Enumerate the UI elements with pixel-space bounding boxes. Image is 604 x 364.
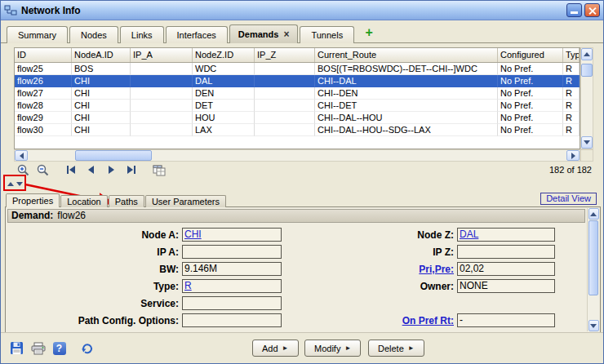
pri-pre-field[interactable]: 02,02 (457, 262, 555, 276)
table-row[interactable]: flow27 CHI DEN CHI--DEN No Pref. R (15, 87, 580, 100)
scroll-up-button[interactable] (581, 48, 593, 60)
tab-interfaces[interactable]: Interfaces (166, 26, 228, 43)
copy-table-button[interactable] (151, 162, 167, 177)
detail-tabstrip: Properties Location Paths User Parameter… (6, 193, 227, 207)
hscroll-track[interactable] (28, 150, 566, 161)
floppy-disk-icon (10, 341, 24, 355)
tab-demands[interactable]: Demands × (229, 24, 299, 43)
previous-record-button[interactable] (83, 162, 99, 177)
cell-id: flow30 (15, 124, 72, 136)
cell-ip-a (131, 100, 193, 112)
on-pref-rt-label-link[interactable]: On Pref Rt: (402, 315, 454, 326)
tab-label: Paths (115, 197, 138, 206)
tab-summary[interactable]: Summary (7, 26, 68, 43)
modify-button[interactable]: Modify ► (304, 340, 361, 357)
next-record-button[interactable] (103, 162, 118, 177)
tab-properties[interactable]: Properties (6, 193, 60, 207)
cell-id: flow28 (15, 100, 72, 112)
tab-tunnels[interactable]: Tunnels (300, 26, 354, 43)
column-header-nodea-id[interactable]: NodeA.ID (72, 48, 131, 62)
node-a-field[interactable]: CHI (182, 228, 282, 242)
path-config-options-label: Path Config. Options: (8, 315, 182, 326)
record-count: 182 of 182 (549, 165, 592, 175)
network-icon (4, 5, 17, 16)
tab-links[interactable]: Links (120, 26, 164, 43)
column-header-nodez-id[interactable]: NodeZ.ID (193, 48, 255, 62)
first-record-button[interactable] (64, 162, 79, 177)
ip-z-field[interactable] (457, 245, 555, 259)
detail-scroll-track[interactable] (588, 220, 599, 320)
minimize-button[interactable] (566, 3, 582, 17)
table-hscrollbar[interactable] (14, 149, 580, 162)
print-button[interactable] (30, 340, 46, 356)
scroll-left-button[interactable] (15, 150, 28, 161)
tab-nodes[interactable]: Nodes (69, 26, 118, 43)
splitpane-toggle[interactable] (7, 180, 23, 189)
cell-nodez: HOU (193, 112, 255, 124)
tab-user-parameters[interactable]: User Parameters (145, 195, 226, 207)
save-button[interactable] (9, 340, 24, 356)
node-z-value-link[interactable]: DAL (460, 229, 478, 240)
close-tab-icon[interactable]: × (283, 29, 289, 39)
table-row[interactable]: flow30 CHI LAX CHI--DAL--HOU--SDG--LAX N… (15, 124, 580, 136)
vscroll-track[interactable] (581, 60, 593, 136)
cell-type: R (563, 112, 580, 124)
scroll-down-button[interactable] (588, 320, 599, 331)
vscroll-thumb[interactable] (581, 64, 593, 77)
table-row[interactable]: flow28 CHI DET CHI--DET No Pref. R (15, 100, 580, 112)
bw-field[interactable]: 9.146M (182, 262, 282, 276)
type-value-link[interactable]: R (184, 280, 192, 291)
tab-location[interactable]: Location (60, 195, 108, 207)
zoom-out-icon (36, 163, 50, 177)
cell-ip-z (255, 100, 315, 112)
cell-id: flow25 (15, 63, 72, 75)
node-a-value-link[interactable]: CHI (184, 229, 202, 240)
scroll-up-button[interactable] (588, 208, 599, 220)
expand-up-icon (7, 182, 14, 186)
column-header-ip-a[interactable]: IP_A (131, 48, 193, 62)
column-header-id[interactable]: ID (15, 48, 72, 62)
column-header-configured[interactable]: Configured (498, 48, 563, 62)
zoom-out-button[interactable] (35, 162, 51, 177)
dropdown-arrow-icon: ► (344, 344, 351, 352)
on-pref-rt-field[interactable]: - (457, 313, 555, 327)
type-field[interactable]: R (182, 279, 282, 293)
column-header-type[interactable]: Typ (563, 48, 580, 62)
cell-configured: No Pref. (498, 112, 563, 124)
add-button[interactable]: Add ► (252, 340, 299, 357)
close-button[interactable] (584, 3, 600, 17)
zoom-in-button[interactable] (16, 162, 31, 177)
ip-a-field[interactable] (182, 245, 282, 259)
cell-ip-a (131, 87, 193, 100)
service-field[interactable] (182, 296, 282, 310)
add-tab-button[interactable]: + (361, 25, 377, 42)
delete-button[interactable]: Delete ► (368, 340, 424, 357)
detail-view-button[interactable]: Detail View (540, 193, 597, 205)
table-row-selected[interactable]: flow26 CHI DAL CHI--DAL No Pref. R (15, 75, 580, 87)
owner-field[interactable]: NONE (457, 279, 555, 293)
last-record-button[interactable] (122, 162, 138, 177)
help-button[interactable]: ? (51, 340, 67, 356)
hscroll-thumb[interactable] (75, 150, 152, 161)
table-row[interactable]: flow29 CHI HOU CHI--DAL--HOU No Pref. R (15, 112, 580, 124)
zoom-in-icon (16, 163, 30, 177)
dropdown-arrow-icon: ► (408, 344, 415, 352)
demand-header-label: Demand: (11, 210, 53, 221)
refresh-button[interactable] (79, 340, 95, 356)
column-header-current-route[interactable]: Current_Route (315, 48, 498, 62)
tab-label: Location (67, 197, 101, 206)
scroll-down-button[interactable] (581, 136, 593, 149)
pri-pre-label-link[interactable]: Pri,Pre: (419, 264, 454, 275)
pri-pre-value: 02,02 (460, 263, 484, 274)
cell-ip-a (131, 63, 193, 75)
column-header-ip-z[interactable]: IP_Z (255, 48, 315, 62)
footer-bar: ? Add ► Modify ► Delete ► (1, 332, 603, 363)
table-vscrollbar[interactable] (580, 47, 593, 149)
tab-paths[interactable]: Paths (109, 195, 144, 207)
detail-scroll-thumb[interactable] (588, 220, 598, 295)
detail-vscrollbar[interactable] (587, 208, 599, 331)
node-z-field[interactable]: DAL (457, 228, 555, 242)
scroll-right-button[interactable] (566, 150, 580, 161)
table-row[interactable]: flow25 BOS WDC BOS[(T=RBOSWDC)--DET--CHI… (15, 63, 580, 75)
path-config-options-field[interactable] (182, 313, 282, 327)
